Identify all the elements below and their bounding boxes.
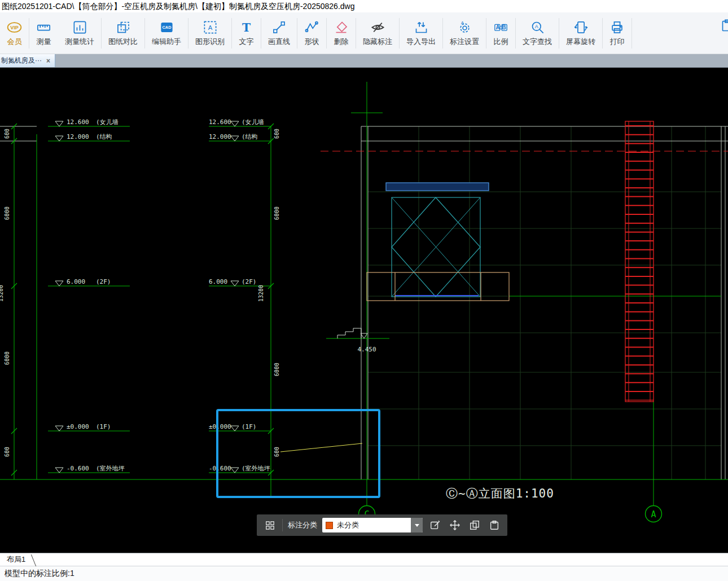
toolbar-item-delete[interactable]: 删除: [327, 12, 356, 54]
category-label: 标注分类: [288, 520, 317, 530]
edit-annotation-button[interactable]: [428, 518, 442, 532]
svg-text:±0.000: ±0.000: [209, 423, 231, 430]
shape-icon: [304, 20, 319, 35]
measure-icon: [36, 20, 51, 35]
toolbar-item-draw-line[interactable]: 画直线: [261, 12, 297, 54]
drawing-compare-icon: [116, 20, 131, 35]
close-icon[interactable]: ×: [46, 57, 50, 65]
import-export-icon: [414, 20, 429, 35]
edit-icon: [429, 520, 441, 531]
toolbar-item-drawing-compare[interactable]: 图纸对比: [102, 12, 144, 54]
svg-text:6000: 6000: [4, 206, 10, 220]
toolbar-item-partial[interactable]: [720, 18, 728, 36]
toolbar-item-text[interactable]: T 文字: [232, 12, 261, 54]
toolbar-item-ratio[interactable]: A:B 比例: [486, 12, 515, 54]
svg-text:12.600: 12.600: [67, 118, 89, 126]
cad-drawing[interactable]: 4.450 12.600 (女儿墙 12.000 (结构: [0, 68, 728, 553]
main-toolbar: VIP 会员 测量 测量统计 图纸对比: [0, 12, 728, 54]
level-markers-left: 12.600 (女儿墙 12.000 (结构 6.000 (2F): [48, 118, 130, 473]
toolbar-item-label: 导入导出: [406, 37, 436, 47]
level-marker: 6.000 (2F): [209, 278, 271, 286]
svg-text:12.600: 12.600: [209, 118, 231, 126]
toolbar-item-label: 形状: [305, 37, 319, 47]
louver-panel: [386, 183, 489, 297]
toolbar-item-label: 文字查找: [523, 37, 552, 47]
svg-text:(女儿墙: (女儿墙: [242, 118, 264, 126]
level-marker: 12.000 (结构: [209, 133, 271, 141]
svg-text:12.000: 12.000: [67, 133, 89, 140]
toolbar-item-measure[interactable]: 测量: [29, 12, 58, 54]
svg-text:T: T: [242, 20, 251, 34]
svg-text:6000: 6000: [4, 351, 10, 365]
category-grid-button[interactable]: [262, 518, 277, 532]
toolbar-item-text-search[interactable]: A 文字查找: [516, 12, 559, 54]
toolbar-item-import-export[interactable]: 导入导出: [400, 12, 442, 54]
svg-text:4.450: 4.450: [357, 346, 376, 353]
drawing-canvas-area[interactable]: 4.450 12.600 (女儿墙 12.000 (结构: [0, 68, 728, 553]
annotation-toolbar: 标注分类 未分类: [257, 514, 507, 536]
document-tab-title: 制氮机房及···: [1, 56, 42, 65]
ratio-icon: A:B: [493, 20, 508, 35]
toolbar-item-vip[interactable]: VIP 会员: [0, 12, 29, 54]
paste-annotation-button[interactable]: [487, 518, 502, 532]
axis-lines: [0, 82, 728, 505]
svg-text:600: 600: [274, 129, 280, 139]
toolbar-item-label: 打印: [610, 37, 625, 47]
svg-text:(女儿墙: (女儿墙: [96, 118, 119, 126]
document-tab-strip: 制氮机房及··· ×: [0, 54, 728, 68]
toolbar-item-label: 图形识别: [195, 37, 225, 47]
search-icon: A: [530, 20, 545, 35]
copy-annotation-button[interactable]: [467, 518, 482, 532]
category-dropdown-value: 未分类: [337, 520, 407, 530]
category-dropdown[interactable]: 未分类: [322, 518, 423, 532]
svg-text:(室外地坪: (室外地坪: [96, 465, 125, 472]
chevron-down-icon[interactable]: [411, 518, 423, 532]
toolbar-item-edit-assistant[interactable]: CAD 编辑助手: [145, 12, 188, 54]
toolbar-item-label: 比例: [494, 37, 508, 47]
svg-text:CAD: CAD: [162, 25, 171, 30]
toolbar-item-label: 隐藏标注: [363, 37, 392, 47]
paste-icon: [489, 520, 500, 531]
svg-text:-0.600: -0.600: [209, 465, 231, 472]
toolbar-item-shape[interactable]: 形状: [297, 12, 326, 54]
svg-text:(结构: (结构: [242, 133, 258, 140]
toolbar-item-label: 文字: [239, 37, 254, 47]
toolbar-item-shape-recognition[interactable]: A 图形识别: [188, 12, 231, 54]
layout-tab[interactable]: 布局1: [0, 553, 39, 566]
svg-text:(1F): (1F): [96, 423, 111, 430]
toolbar-item-screen-rotate[interactable]: 屏幕旋转: [559, 12, 602, 54]
svg-text:A: A: [534, 24, 538, 29]
svg-text:-0.600: -0.600: [67, 465, 89, 472]
gear-icon: A: [457, 20, 472, 35]
svg-text:(1F): (1F): [242, 423, 257, 430]
svg-text:(室外地坪: (室外地坪: [242, 465, 271, 472]
svg-text:A:B: A:B: [496, 24, 506, 30]
toolbar-item-label: 标注设置: [450, 37, 479, 47]
svg-text:600: 600: [4, 129, 10, 139]
level-marker: ±0.000 (1F): [48, 423, 130, 431]
view-title: Ⓒ~Ⓐ立面图1:100: [446, 487, 554, 500]
toolbar-item-label: 屏幕旋转: [566, 37, 595, 47]
level-marker: 6.000 (2F): [48, 278, 130, 286]
category-color-swatch: [326, 522, 333, 529]
svg-text:12.000: 12.000: [209, 133, 231, 140]
svg-text:13200: 13200: [258, 285, 264, 302]
leader-line: [280, 443, 362, 452]
svg-text:600: 600: [4, 447, 10, 457]
cad-viewer-window: 图纸20251201-CAD\【筒仓部分】-空压机房及制氮机房\【建初】制氮机房…: [0, 0, 728, 581]
move-annotation-button[interactable]: [448, 518, 462, 532]
document-tab[interactable]: 制氮机房及··· ×: [0, 54, 55, 67]
toolbar-item-annotation-settings[interactable]: A 标注设置: [443, 12, 486, 54]
svg-text:VIP: VIP: [10, 24, 19, 30]
toolbar-item-label: 删除: [334, 37, 349, 47]
level-marker: 12.600 (女儿墙: [209, 118, 271, 126]
document-path: 图纸20251201-CAD\【筒仓部分】-空压机房及制氮机房\【建初】制氮机房…: [2, 2, 354, 11]
toolbar-item-measure-stats[interactable]: 测量统计: [58, 12, 101, 54]
level-marker: 12.600 (女儿墙: [48, 118, 130, 126]
entrance-steps: [337, 328, 361, 338]
toolbar-separator: [631, 18, 632, 49]
toolbar-item-print[interactable]: 打印: [603, 12, 631, 54]
toolbar-item-hide-annotation[interactable]: 隐藏标注: [356, 12, 399, 54]
rotate-icon: [573, 20, 589, 35]
copy-icon: [469, 520, 480, 531]
